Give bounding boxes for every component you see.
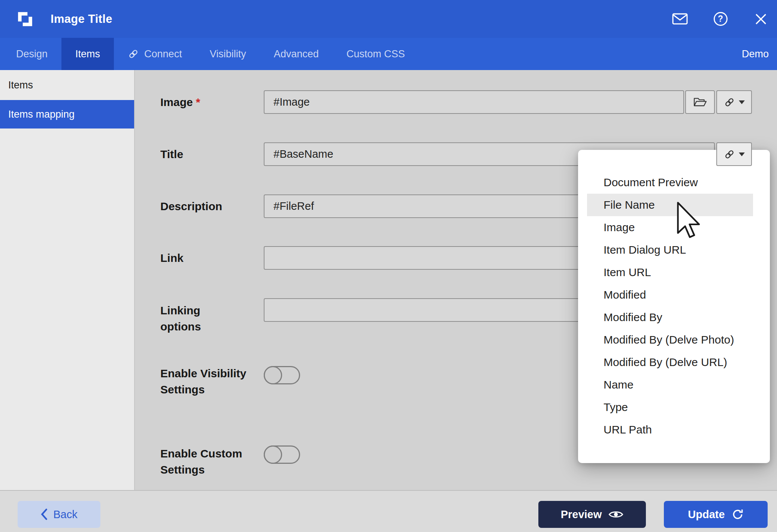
help-icon: ?: [714, 12, 728, 26]
description-field-label: Description: [160, 198, 222, 214]
menu-item-modified-by-delve-photo[interactable]: Modified By (Delve Photo): [587, 329, 753, 351]
preview-button-label: Preview: [561, 508, 602, 521]
chevron-down-icon: [739, 100, 745, 104]
close-icon: [755, 13, 767, 25]
titlebar-actions: ?: [671, 10, 770, 28]
sidebar-item-items[interactable]: Items: [0, 70, 134, 100]
update-button[interactable]: Update: [664, 501, 768, 528]
mail-icon: [672, 13, 688, 25]
image-input[interactable]: [264, 90, 684, 114]
tab-design-label: Design: [16, 48, 48, 60]
preview-button[interactable]: Preview: [538, 501, 646, 528]
menu-item-image[interactable]: Image: [587, 216, 753, 239]
tab-connect[interactable]: Connect: [114, 38, 196, 70]
titlebar: Image Title ?: [0, 0, 777, 38]
custom-settings-toggle[interactable]: [264, 445, 300, 464]
link-field-label: Link: [160, 250, 184, 266]
close-button[interactable]: [752, 10, 770, 28]
help-button[interactable]: ?: [711, 10, 730, 28]
mail-button[interactable]: [671, 10, 689, 28]
tab-visibility[interactable]: Visibility: [196, 38, 260, 70]
visibility-settings-label: Enable Visibility Settings: [160, 365, 247, 398]
back-button[interactable]: Back: [18, 501, 100, 528]
eye-icon: [608, 510, 623, 519]
tab-custom-css[interactable]: Custom CSS: [333, 38, 419, 70]
menu-item-name[interactable]: Name: [587, 374, 753, 396]
tab-visibility-label: Visibility: [210, 48, 246, 60]
image-field-label-text: Image: [160, 96, 193, 108]
menu-item-item-url[interactable]: Item URL: [587, 261, 753, 284]
tab-advanced-label: Advanced: [274, 48, 319, 60]
custom-settings-label: Enable Custom Settings: [160, 445, 269, 478]
menu-item-file-name[interactable]: File Name: [587, 194, 753, 216]
tab-advanced[interactable]: Advanced: [260, 38, 333, 70]
menu-item-url-path[interactable]: URL Path: [587, 418, 753, 441]
sidebar: Items Items mapping: [0, 70, 135, 490]
title-token-button[interactable]: [716, 142, 752, 166]
back-button-label: Back: [53, 508, 77, 521]
menu-item-modified[interactable]: Modified: [587, 284, 753, 306]
folder-icon: [693, 97, 707, 108]
menu-item-document-preview[interactable]: Document Preview: [587, 171, 753, 194]
menu-item-modified-by[interactable]: Modified By: [587, 306, 753, 329]
tab-items[interactable]: Items: [61, 38, 114, 70]
footer-bar: Back Preview Update: [0, 490, 777, 532]
update-button-label: Update: [688, 508, 725, 521]
image-token-button[interactable]: [716, 90, 752, 114]
toggle-knob: [264, 366, 282, 384]
title-field-label: Title: [160, 146, 183, 162]
tab-bar: Design Items Connect Visibility Advanced…: [0, 38, 777, 70]
toggle-knob: [264, 445, 282, 464]
chevron-left-icon: [40, 508, 48, 520]
refresh-icon: [732, 508, 744, 520]
image-field-label: Image*: [160, 94, 200, 110]
visibility-settings-toggle[interactable]: [264, 366, 300, 384]
dialog-title: Image Title: [51, 12, 112, 26]
menu-item-modified-by-delve-url[interactable]: Modified By (Delve URL): [587, 351, 753, 374]
chevron-down-icon: [739, 152, 745, 156]
tab-items-label: Items: [75, 48, 100, 60]
tab-design[interactable]: Design: [2, 38, 61, 70]
tab-custom-css-label: Custom CSS: [347, 48, 405, 60]
menu-item-type[interactable]: Type: [587, 396, 753, 418]
sidebar-item-items-mapping[interactable]: Items mapping: [0, 100, 134, 129]
linking-options-field-label: Linking options: [160, 302, 235, 335]
field-token-menu: Document Preview File Name Image Item Di…: [578, 150, 770, 463]
tab-connect-label: Connect: [144, 48, 182, 60]
link-icon: [128, 48, 139, 60]
app-logo-icon: [16, 10, 34, 28]
image-browse-button[interactable]: [685, 90, 715, 114]
menu-item-item-dialog-url[interactable]: Item Dialog URL: [587, 239, 753, 261]
demo-link[interactable]: Demo: [734, 38, 777, 70]
required-asterisk: *: [196, 96, 200, 108]
link-icon: [724, 97, 735, 108]
link-icon: [724, 149, 735, 160]
field-token-menu-list: Document Preview File Name Image Item Di…: [587, 171, 753, 441]
